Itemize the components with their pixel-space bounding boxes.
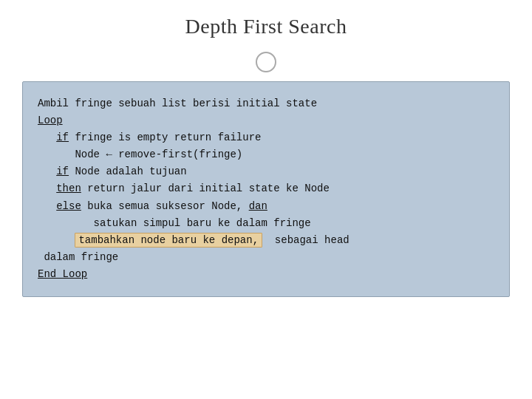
code-line-4: Node ← remove-first(fringe) <box>38 146 494 163</box>
code-line-10: dalam fringe <box>38 249 494 266</box>
code-line-6: then return jalur dari initial state ke … <box>38 180 494 197</box>
code-line-5: if Node adalah tujuan <box>38 163 494 180</box>
code-line-9: tambahkan node baru ke depan, sebagai he… <box>38 232 494 249</box>
divider-circle <box>256 52 276 72</box>
code-line-11: End Loop <box>38 266 494 283</box>
page-title: Depth First Search <box>185 15 347 38</box>
code-line-3: if fringe is empty return failure <box>38 129 494 146</box>
code-line-1: Ambil fringe sebuah list berisi initial … <box>38 95 494 112</box>
code-line-8: satukan simpul baru ke dalam fringe <box>38 215 494 232</box>
code-line-7: else buka semua suksesor Node, dan <box>38 198 494 215</box>
highlight-tambahkan: tambahkan node baru ke depan, <box>75 233 262 248</box>
code-block: Ambil fringe sebuah list berisi initial … <box>22 81 510 297</box>
code-line-2: Loop <box>38 112 494 129</box>
